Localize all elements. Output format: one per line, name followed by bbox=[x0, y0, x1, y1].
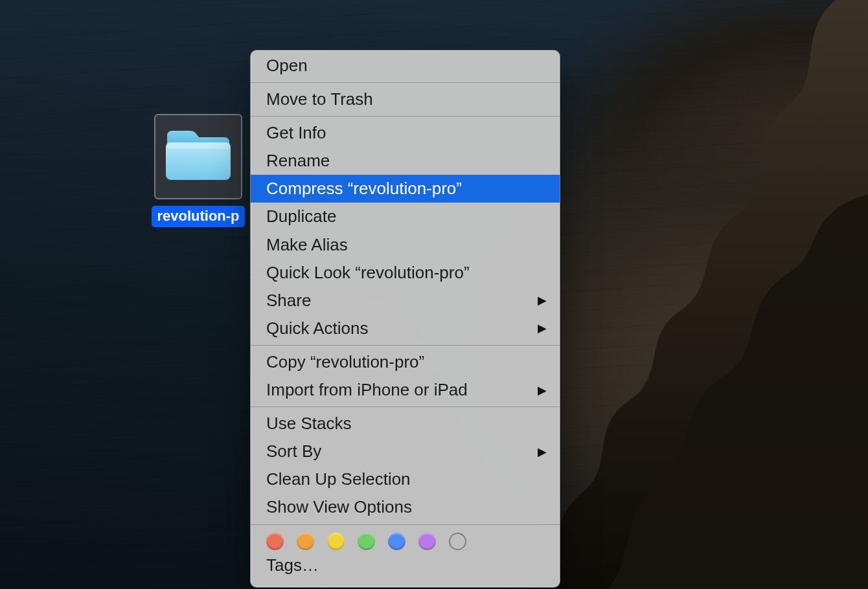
folder-selection-highlight bbox=[154, 114, 242, 199]
tag-color-dot[interactable] bbox=[358, 533, 375, 550]
menu-item-label: Quick Actions bbox=[266, 318, 369, 338]
menu-item-label: Use Stacks bbox=[266, 414, 352, 433]
menu-group: Copy “revolution-pro”Import from iPhone … bbox=[251, 347, 560, 405]
tag-color-dot[interactable] bbox=[266, 533, 284, 550]
menu-item-label: Copy “revolution-pro” bbox=[266, 352, 424, 372]
menu-separator bbox=[251, 116, 560, 117]
menu-item-label: Sort By bbox=[266, 441, 321, 461]
wallpaper-rocks bbox=[531, 0, 868, 589]
folder-icon bbox=[163, 127, 233, 186]
menu-item-share[interactable]: Share▶ bbox=[251, 287, 560, 315]
menu-item-label: Move to Trash bbox=[266, 89, 373, 109]
menu-item-label: Tags… bbox=[266, 555, 319, 575]
menu-item-duplicate[interactable]: Duplicate bbox=[251, 203, 560, 230]
submenu-arrow-icon: ▶ bbox=[538, 382, 547, 397]
menu-item-quick-look[interactable]: Quick Look “revolution-pro” bbox=[251, 259, 560, 287]
tag-color-dot[interactable] bbox=[297, 533, 314, 550]
menu-item-label: Clean Up Selection bbox=[266, 469, 411, 489]
menu-separator bbox=[251, 524, 560, 525]
desktop-folder-item[interactable]: revolution-p bbox=[152, 114, 245, 230]
menu-separator bbox=[251, 345, 560, 346]
tag-color-row bbox=[251, 526, 560, 551]
menu-item-quick-actions[interactable]: Quick Actions▶ bbox=[251, 315, 560, 342]
context-menu: OpenMove to TrashGet InfoRenameCompress … bbox=[250, 50, 560, 588]
svg-rect-1 bbox=[166, 142, 231, 149]
menu-separator bbox=[251, 406, 560, 407]
desktop-background[interactable]: revolution-p OpenMove to TrashGet InfoRe… bbox=[0, 0, 868, 589]
submenu-arrow-icon: ▶ bbox=[538, 444, 547, 460]
menu-item-label: Make Alias bbox=[266, 235, 348, 254]
submenu-arrow-icon: ▶ bbox=[538, 320, 547, 336]
menu-item-compress[interactable]: Compress “revolution-pro” bbox=[251, 175, 560, 203]
menu-group: Move to Trash bbox=[251, 84, 560, 115]
menu-item-tags[interactable]: Tags… bbox=[251, 551, 560, 579]
menu-item-label: Import from iPhone or iPad bbox=[266, 380, 468, 399]
menu-item-import[interactable]: Import from iPhone or iPad▶ bbox=[251, 376, 560, 404]
tag-color-dot[interactable] bbox=[327, 533, 345, 550]
menu-item-label: Duplicate bbox=[266, 206, 336, 226]
menu-item-clean-up[interactable]: Clean Up Selection bbox=[251, 465, 560, 493]
tag-color-dot[interactable] bbox=[418, 533, 436, 550]
tag-none-dot[interactable] bbox=[449, 533, 466, 550]
menu-item-get-info[interactable]: Get Info bbox=[251, 119, 560, 147]
menu-item-label: Get Info bbox=[266, 123, 326, 142]
menu-item-sort-by[interactable]: Sort By▶ bbox=[251, 438, 560, 465]
tag-color-dot[interactable] bbox=[388, 533, 405, 550]
menu-item-rename[interactable]: Rename bbox=[251, 147, 560, 175]
menu-group: Get InfoRenameCompress “revolution-pro”D… bbox=[251, 118, 560, 344]
menu-item-label: Share bbox=[266, 291, 311, 310]
submenu-arrow-icon: ▶ bbox=[538, 293, 547, 308]
menu-separator bbox=[251, 82, 560, 83]
menu-item-label: Open bbox=[266, 56, 308, 75]
folder-label[interactable]: revolution-p bbox=[152, 206, 244, 227]
menu-item-use-stacks[interactable]: Use Stacks bbox=[251, 410, 560, 438]
menu-group: Use StacksSort By▶Clean Up SelectionShow… bbox=[251, 408, 560, 522]
menu-item-label: Quick Look “revolution-pro” bbox=[266, 263, 470, 282]
menu-item-view-options[interactable]: Show View Options bbox=[251, 493, 560, 521]
menu-item-label: Compress “revolution-pro” bbox=[266, 179, 462, 198]
menu-item-copy[interactable]: Copy “revolution-pro” bbox=[251, 348, 560, 376]
menu-group: Open bbox=[251, 50, 560, 81]
menu-item-label: Rename bbox=[266, 151, 330, 170]
menu-item-move-to-trash[interactable]: Move to Trash bbox=[251, 85, 560, 113]
menu-item-open[interactable]: Open bbox=[251, 52, 560, 80]
menu-item-make-alias[interactable]: Make Alias bbox=[251, 231, 560, 259]
menu-item-label: Show View Options bbox=[266, 497, 412, 517]
